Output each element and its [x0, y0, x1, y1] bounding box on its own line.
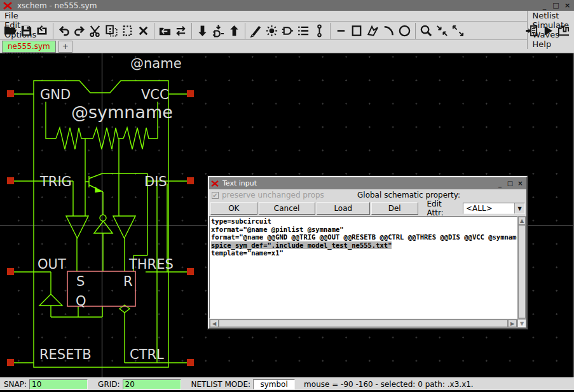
tabbar: ne555.sym +: [0, 40, 574, 53]
undo-icon[interactable]: [56, 23, 72, 39]
label-dis: DIS: [144, 174, 167, 189]
swap-views-icon[interactable]: [173, 23, 189, 39]
zoom-box-icon[interactable]: [418, 23, 434, 39]
symbol-wires: [14, 81, 187, 367]
menu-right: NetlistSimulateWavesHelp: [527, 11, 574, 21]
pin-vcc: [187, 90, 194, 97]
toolbar-separator: [415, 23, 416, 39]
scroll-right-icon[interactable]: ▶: [508, 320, 517, 327]
waves-icon[interactable]: [556, 23, 571, 39]
ok-button[interactable]: OK: [210, 202, 257, 215]
dialog-text-wrap: type=subcircuitxformat="@name @pinlist @…: [209, 216, 526, 319]
maximize-icon[interactable]: □: [551, 1, 561, 10]
menu-button-help[interactable]: Help: [527, 39, 574, 49]
label-gnd: GND: [40, 87, 71, 102]
pin-thres: [187, 268, 194, 275]
window-titlebar[interactable]: xschem - ne555.sym _ □ ×: [0, 0, 574, 11]
schematic-canvas[interactable]: @name @symname GND VCC TRIG DIS OUT THRE…: [0, 53, 574, 377]
preserve-props-checkbox[interactable]: ✔: [212, 192, 219, 199]
copy-icon[interactable]: [104, 23, 120, 39]
vertical-scrollbar-thumb[interactable]: [518, 225, 526, 318]
pin-gnd: [7, 90, 14, 97]
label-resetb: RESETB: [39, 347, 92, 362]
draw-arc-icon[interactable]: [381, 23, 397, 39]
xschem-logo-icon: [211, 180, 219, 187]
dialog-titlebar[interactable]: Text input _ □ ×: [209, 177, 526, 189]
simulate-icon[interactable]: [540, 23, 556, 39]
place-component-icon[interactable]: [280, 23, 296, 39]
horizontal-scrollbar-thumb[interactable]: [219, 320, 508, 327]
snap-label: SNAP:: [4, 380, 27, 389]
xschem-logo-icon: [3, 2, 12, 10]
toolbar-separator: [191, 23, 192, 39]
scroll-down-icon[interactable]: ▼: [517, 319, 526, 328]
paste-icon[interactable]: [120, 23, 135, 39]
pop-up-icon[interactable]: [226, 23, 242, 39]
draw-line-icon[interactable]: [333, 23, 349, 39]
edit-attr-value: <ALL>: [463, 203, 514, 213]
property-text-area[interactable]: type=subcircuitxformat="@name @pinlist @…: [209, 216, 517, 319]
open-icon[interactable]: [3, 23, 18, 39]
pin-ctrl: [187, 359, 194, 366]
dialog-maximize-icon[interactable]: □: [506, 180, 514, 187]
draw-rectangle-icon[interactable]: [349, 23, 365, 39]
menu-item-file[interactable]: File: [0, 11, 53, 20]
draw-polygon-icon[interactable]: [365, 23, 381, 39]
dialog-minimize-icon[interactable]: _: [496, 180, 504, 187]
grid-input[interactable]: 20: [123, 379, 181, 389]
close-icon[interactable]: ×: [563, 1, 572, 10]
save-icon[interactable]: [18, 23, 34, 39]
tab-ne555-sym[interactable]: ne555.sym: [2, 41, 56, 53]
label-name: @name: [130, 56, 182, 71]
xschem-window: { "window": { "title": "xschem - ne555.s…: [0, 0, 574, 392]
place-symbol-icon[interactable]: [210, 23, 226, 39]
zoom-fit-icon[interactable]: [434, 23, 450, 39]
reload-icon[interactable]: [34, 23, 50, 39]
draw-wire-icon[interactable]: [248, 23, 264, 39]
push-down-icon[interactable]: [195, 23, 210, 39]
draw-circle-icon[interactable]: [397, 23, 413, 39]
pin-trig: [7, 177, 14, 184]
new-tab-button[interactable]: +: [58, 41, 72, 53]
dialog-option-row: ✔ preserve unchanged props Global schema…: [209, 189, 526, 201]
netlist-mode-label: NETLIST MODE:: [191, 380, 251, 389]
toolbar: [0, 22, 574, 40]
edit-properties-icon[interactable]: [296, 23, 311, 39]
statusbar: SNAP: 10 GRID: 20 NETLIST MODE: symbol m…: [0, 377, 574, 390]
preserve-props-label: preserve unchanged props: [222, 191, 324, 199]
mouse-status-text: mouse = -90 -160 - selected: 0 path: .x3…: [304, 380, 474, 389]
label-trig: TRIG: [39, 174, 72, 189]
netlist-mode-input[interactable]: symbol: [253, 379, 295, 389]
zoom-in-icon[interactable]: [450, 23, 466, 39]
property-text-line: spice_sym_def=".include model_test_ne555…: [211, 241, 516, 250]
scroll-left-icon[interactable]: ◀: [210, 320, 219, 327]
menu-button-netlist[interactable]: Netlist: [527, 11, 574, 20]
place-pin-icon[interactable]: [311, 23, 327, 39]
pin-resetb: [7, 359, 14, 366]
load-button[interactable]: Load: [317, 202, 370, 215]
del-button[interactable]: Del: [371, 202, 418, 215]
horizontal-scrollbar[interactable]: ◀ ▶: [209, 319, 517, 328]
delete-icon[interactable]: [135, 23, 151, 39]
minimize-icon[interactable]: _: [540, 1, 549, 10]
edit-attr-label: Edit Attr:: [427, 199, 460, 217]
netlist-icon[interactable]: [524, 23, 540, 39]
property-text-line: xformat="@name @pinlist @symname": [211, 226, 516, 234]
redo-icon[interactable]: [72, 23, 88, 39]
text-input-dialog: Text input _ □ × ✔ preserve unchanged pr…: [208, 176, 528, 329]
pin-dis: [187, 177, 194, 184]
highlight-icon[interactable]: [264, 23, 280, 39]
toolbar-separator: [330, 23, 331, 39]
label-q: Q: [76, 294, 86, 309]
back-icon[interactable]: [157, 23, 173, 39]
cut-icon[interactable]: [88, 23, 104, 39]
vertical-scrollbar[interactable]: ▲: [517, 216, 526, 319]
dialog-close-icon[interactable]: ×: [516, 180, 524, 187]
cancel-button[interactable]: Cancel: [259, 202, 315, 215]
toolbar-separator: [245, 23, 245, 39]
edit-attr-combobox[interactable]: <ALL> ▼: [463, 203, 525, 214]
scroll-up-icon[interactable]: ▲: [518, 217, 526, 225]
chevron-down-icon[interactable]: ▼: [514, 203, 524, 213]
dialog-header-label: Global schematic property:: [357, 191, 460, 199]
snap-input[interactable]: 10: [29, 379, 88, 389]
